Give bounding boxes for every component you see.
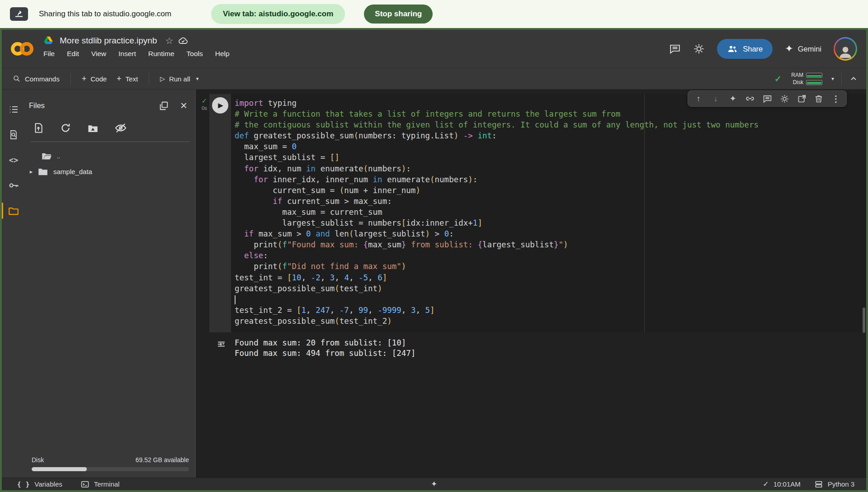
file-tree: .. ▸ sample_data xyxy=(25,148,195,179)
refresh-files-icon[interactable] xyxy=(60,122,71,134)
terminal-icon xyxy=(80,480,90,489)
file-tree-item-label: sample_data xyxy=(53,168,92,175)
menu-file[interactable]: File xyxy=(43,50,55,58)
disk-usage-footer: Disk 69.52 GB available xyxy=(32,456,189,471)
menu-help[interactable]: Help xyxy=(215,50,230,58)
output-options-icon[interactable] xyxy=(216,338,227,359)
resources-caret-icon[interactable]: ▾ xyxy=(831,76,834,82)
file-tree-item-sample-data[interactable]: ▸ sample_data xyxy=(25,164,195,179)
tab-share-icon xyxy=(10,7,28,21)
file-tree-item-label: .. xyxy=(57,153,60,160)
move-cell-up-icon[interactable]: ↑ xyxy=(691,92,706,105)
menu-edit[interactable]: Edit xyxy=(67,50,79,58)
add-comment-icon[interactable] xyxy=(760,92,775,105)
move-cell-down-icon[interactable]: ↓ xyxy=(708,92,723,105)
time-label: 10:01AM xyxy=(774,480,801,488)
share-button-label: Share xyxy=(743,45,763,53)
add-text-label: Text xyxy=(126,75,138,83)
run-all-button[interactable]: ▷ Run all ▾ xyxy=(157,73,202,85)
comments-icon[interactable] xyxy=(669,43,681,55)
disk-label: Disk xyxy=(789,79,803,85)
braces-icon: { } xyxy=(17,481,30,488)
toggle-hidden-files-icon[interactable] xyxy=(114,122,127,134)
settings-gear-icon[interactable] xyxy=(693,43,705,55)
kernel-selector[interactable]: Python 3 xyxy=(814,480,854,489)
menu-runtime[interactable]: Runtime xyxy=(148,50,175,58)
kernel-label: Python 3 xyxy=(828,480,854,488)
upload-file-icon[interactable] xyxy=(33,122,44,134)
scrollbar-thumb[interactable] xyxy=(863,308,865,333)
play-icon: ▶ xyxy=(218,101,223,109)
colab-logo[interactable] xyxy=(11,42,33,57)
tab-share-bar: Sharing this tab to aistudio.google.com … xyxy=(0,0,868,28)
disk-usage-bar xyxy=(32,467,189,471)
cell-more-menu-icon[interactable]: ⋮ xyxy=(828,92,844,105)
add-code-button[interactable]: + Code xyxy=(79,72,109,85)
commands-label: Commands xyxy=(25,75,60,83)
terminal-button[interactable]: Terminal xyxy=(80,480,120,489)
gemini-cell-icon[interactable]: ✦ xyxy=(725,92,741,105)
plus-icon: + xyxy=(117,74,122,84)
share-message: Sharing this tab to aistudio.google.com xyxy=(39,9,171,19)
folder-icon xyxy=(37,166,49,177)
ram-label: RAM xyxy=(789,72,803,78)
variables-button[interactable]: { } Variables xyxy=(17,480,62,488)
run-all-caret-icon[interactable]: ▾ xyxy=(196,76,199,82)
files-folder-icon[interactable] xyxy=(2,198,25,223)
share-button[interactable]: Share xyxy=(717,39,773,59)
cell-toolbar: ↑ ↓ ✦ ⋮ xyxy=(688,90,847,107)
delete-cell-icon[interactable] xyxy=(811,92,826,105)
code-snippets-icon[interactable]: <> xyxy=(2,147,25,173)
open-panel-in-tab-icon[interactable] xyxy=(159,101,169,111)
execution-status: ✓ 0s xyxy=(199,94,209,332)
cell-settings-gear-icon[interactable] xyxy=(777,92,792,105)
gemini-button[interactable]: ✦ Gemini xyxy=(785,43,821,55)
close-panel-icon[interactable]: × xyxy=(180,99,187,113)
link-to-cell-icon[interactable] xyxy=(742,92,758,105)
resources-indicator[interactable]: RAM Disk xyxy=(789,72,822,85)
account-avatar[interactable] xyxy=(834,37,857,61)
files-divider xyxy=(31,142,190,142)
connected-check-icon: ✓ xyxy=(774,74,782,84)
gemini-spark-bottom-icon[interactable]: ✦ xyxy=(431,479,437,489)
stop-sharing-button[interactable]: Stop sharing xyxy=(364,5,433,24)
add-code-label: Code xyxy=(90,75,107,83)
colab-window: More stdlib practice.ipynb ☆ File Edit V… xyxy=(0,28,868,492)
code-lines: import typing# Write a function that tak… xyxy=(235,98,866,326)
find-replace-icon[interactable] xyxy=(2,122,25,147)
code-editor[interactable]: import typing# Write a function that tak… xyxy=(231,94,866,332)
search-icon xyxy=(13,75,21,83)
file-tree-item-parent[interactable]: .. xyxy=(25,148,195,164)
secrets-key-icon[interactable] xyxy=(2,173,25,198)
disk-available-label: 69.52 GB available xyxy=(136,456,189,464)
menu-tools[interactable]: Tools xyxy=(187,50,203,58)
gemini-sparkle-icon: ✦ xyxy=(785,43,793,55)
menu-insert[interactable]: Insert xyxy=(118,50,136,58)
code-cell: ✓ 0s ▶ import typing# Write a function t… xyxy=(199,94,866,332)
table-of-contents-icon[interactable] xyxy=(2,97,25,122)
people-icon xyxy=(727,43,738,54)
cell-success-check-icon: ✓ xyxy=(199,97,209,105)
disk-footer-label: Disk xyxy=(32,456,44,464)
notebook-toolbar: Commands + Code + Text ▷ Run all ▾ ✓ xyxy=(2,68,866,90)
expand-folder-icon[interactable]: ▸ xyxy=(25,168,37,175)
cloud-saved-icon[interactable] xyxy=(178,35,189,46)
variables-label: Variables xyxy=(34,480,62,488)
terminal-label: Terminal xyxy=(94,480,120,488)
drive-icon xyxy=(43,36,53,46)
add-text-button[interactable]: + Text xyxy=(114,72,141,85)
runtime-icon xyxy=(814,480,823,489)
notebook-title[interactable]: More stdlib practice.ipynb xyxy=(60,36,157,46)
collapse-header-icon[interactable] xyxy=(849,74,858,83)
view-tab-button[interactable]: View tab: aistudio.google.com xyxy=(211,4,345,24)
last-executed-time: ✓ 10:01AM xyxy=(763,480,800,488)
commands-button[interactable]: Commands xyxy=(10,73,62,85)
mount-drive-icon[interactable] xyxy=(87,122,99,134)
run-cell-button[interactable]: ▶ xyxy=(212,97,228,114)
cell-output: Found max sum: 20 from sublist: [10]Foun… xyxy=(196,338,866,359)
mirror-cell-in-tab-icon[interactable] xyxy=(794,92,809,105)
plus-icon: + xyxy=(82,74,87,84)
output-text: Found max sum: 20 from sublist: [10]Foun… xyxy=(235,338,415,359)
star-icon[interactable]: ☆ xyxy=(165,35,173,46)
menu-view[interactable]: View xyxy=(91,50,106,58)
